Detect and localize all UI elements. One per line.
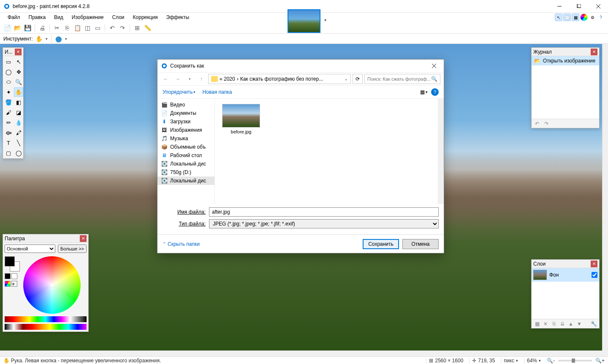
file-item[interactable]: before.jpg (220, 104, 262, 134)
save-button[interactable]: Сохранить (363, 239, 399, 249)
tools-panel-close-icon[interactable]: ✕ (15, 49, 22, 55)
redo-icon[interactable]: ↷ (119, 24, 126, 32)
color-swatch[interactable] (5, 256, 20, 272)
save-file-icon[interactable]: 💾 (24, 24, 31, 32)
palette-panel-close-icon[interactable]: ✕ (80, 235, 87, 242)
palette-add-icon[interactable]: + (11, 281, 17, 287)
search-input[interactable] (367, 76, 431, 81)
organize-button[interactable]: Упорядочить ▾ (163, 89, 195, 95)
layer-add-icon[interactable]: ▦ (533, 320, 541, 328)
file-list-scrollbar[interactable] (438, 99, 444, 204)
palette-more-button[interactable]: Больше >> (58, 244, 87, 253)
tool-ellipse-select[interactable]: ⬭ (4, 77, 13, 87)
tree-item-music[interactable]: 🎵Музыка (157, 134, 214, 143)
tool-shapes[interactable]: ▢ (4, 148, 13, 158)
color-mode-select[interactable]: Основной (5, 244, 55, 253)
print-icon[interactable]: 🖨 (38, 24, 46, 32)
layer-merge-icon[interactable]: ⇊ (559, 320, 566, 328)
tool-lasso[interactable]: ◯ (4, 67, 13, 76)
black-swatch[interactable] (5, 273, 11, 279)
hide-folders-link[interactable]: ⌃ Скрыть папки (163, 241, 200, 247)
menu-file[interactable]: Файл (3, 13, 24, 22)
vertical-scrollbar[interactable] (602, 44, 608, 350)
layer-delete-icon[interactable]: ✕ (542, 320, 549, 328)
minimize-button[interactable] (550, 0, 569, 13)
tree-item-3d[interactable]: 📦Объемные объ (157, 143, 214, 151)
shape-options-icon[interactable]: ⬤ (55, 35, 62, 43)
dialog-help-icon[interactable]: ? (431, 88, 439, 96)
filetype-select[interactable]: JPEG (*.jpg; *.jpeg; *.jpe; *.jfif; *.ex… (209, 219, 439, 228)
crop-icon[interactable]: ◫ (84, 24, 91, 32)
tool-move-pixels[interactable]: ✥ (14, 67, 23, 76)
palette-strip[interactable] (5, 316, 87, 322)
menu-effects[interactable]: Эффекты (162, 13, 194, 22)
zoom-out-icon[interactable]: 🔍- (547, 358, 555, 364)
tool-zoom[interactable]: 🔍 (14, 77, 23, 87)
tool-line[interactable]: ╲ (14, 138, 23, 147)
menu-view[interactable]: Вид (50, 13, 68, 22)
tree-item-disk-c[interactable]: 💽Локальный дис (157, 160, 214, 168)
tool-paintbrush[interactable]: 🖌 (4, 108, 13, 117)
menu-layers[interactable]: Слои (108, 13, 128, 22)
history-redo-icon[interactable]: ↷ (543, 120, 550, 128)
dialog-close-icon[interactable] (424, 60, 444, 72)
current-tool-hand-icon[interactable]: ✋ (35, 35, 43, 43)
zoom-in-icon[interactable]: 🔍+ (595, 358, 605, 364)
tree-item-disk-d[interactable]: 💽750g (D:) (157, 168, 214, 177)
history-panel-close-icon[interactable]: ✕ (591, 49, 597, 55)
white-swatch[interactable] (11, 273, 17, 279)
undo-icon[interactable]: ↶ (109, 24, 116, 32)
nav-up-icon[interactable]: ↑ (196, 74, 206, 84)
file-list[interactable]: before.jpg (215, 99, 444, 204)
ruler-icon[interactable]: 📏 (144, 24, 151, 32)
tool-clone-stamp[interactable]: ⟴ (4, 128, 13, 137)
layer-down-icon[interactable]: ▼ (575, 320, 583, 328)
cut-icon[interactable]: ✂ (53, 24, 61, 32)
menu-edit[interactable]: Правка (24, 13, 50, 22)
tool-paint-bucket[interactable]: 🪣 (4, 98, 13, 107)
copy-icon[interactable]: ⎘ (63, 24, 71, 32)
tree-item-documents[interactable]: 📄Документы (157, 109, 214, 117)
zoom-value[interactable]: 64% (527, 358, 537, 364)
layer-duplicate-icon[interactable]: ⎘ (550, 320, 558, 328)
palette-strip-2[interactable] (5, 324, 87, 330)
close-button[interactable] (589, 0, 608, 13)
menu-adjustments[interactable]: Коррекция (129, 13, 162, 22)
history-item[interactable]: 📂 Открыть изображение (532, 56, 599, 65)
nav-forward-icon[interactable]: → (173, 74, 183, 84)
nav-recent-icon[interactable]: ▾ (185, 74, 195, 84)
tree-item-downloads[interactable]: ⬇Загрузки (157, 117, 214, 126)
palette-icon[interactable] (5, 281, 11, 287)
toggle-colors-icon[interactable] (580, 14, 588, 21)
help-icon[interactable]: ? (597, 14, 605, 21)
breadcrumb[interactable]: « 2020 › Как сжать фотографию без потер.… (208, 74, 351, 84)
tree-item-desktop[interactable]: 🖥Рабочий стол (157, 151, 214, 160)
search-box[interactable]: 🔍 (364, 74, 440, 84)
tool-eraser[interactable]: ◪ (14, 108, 23, 117)
view-mode-button[interactable]: ▦ ▾ (420, 89, 428, 95)
layer-visibility-checkbox[interactable] (592, 272, 597, 278)
tool-move-selection[interactable]: ↖ (14, 57, 23, 66)
document-thumbnail[interactable] (288, 9, 320, 33)
grid-icon[interactable]: ⊞ (133, 24, 141, 32)
tool-color-picker[interactable]: 💧 (14, 118, 23, 127)
menu-image[interactable]: Изображение (68, 13, 108, 22)
tool-recolor[interactable]: 🖍 (14, 128, 23, 137)
maximize-button[interactable] (569, 0, 589, 13)
tree-item-disk-e[interactable]: 💽Локальный дис (157, 177, 214, 185)
layers-panel-close-icon[interactable]: ✕ (591, 261, 597, 267)
settings-icon[interactable]: ⚙ (589, 14, 596, 21)
color-wheel[interactable] (23, 256, 81, 314)
tool-gradient[interactable]: ◧ (14, 98, 23, 107)
unit-label[interactable]: пикс (504, 358, 514, 364)
toggle-tools-icon[interactable]: ↖ (555, 14, 562, 21)
layer-row[interactable]: Фон (532, 268, 599, 282)
history-undo-icon[interactable]: ↶ (533, 120, 541, 128)
tool-pan-hand[interactable]: ✋ (14, 87, 23, 97)
nav-refresh-icon[interactable]: ⟳ (353, 74, 363, 84)
tool-shapes-alt[interactable]: ◯ (14, 148, 23, 158)
deselect-icon[interactable]: ▭ (94, 24, 101, 32)
nav-back-icon[interactable]: ← (161, 74, 171, 84)
open-file-icon[interactable]: 📂 (14, 24, 21, 32)
horizontal-scrollbar[interactable] (0, 350, 602, 356)
